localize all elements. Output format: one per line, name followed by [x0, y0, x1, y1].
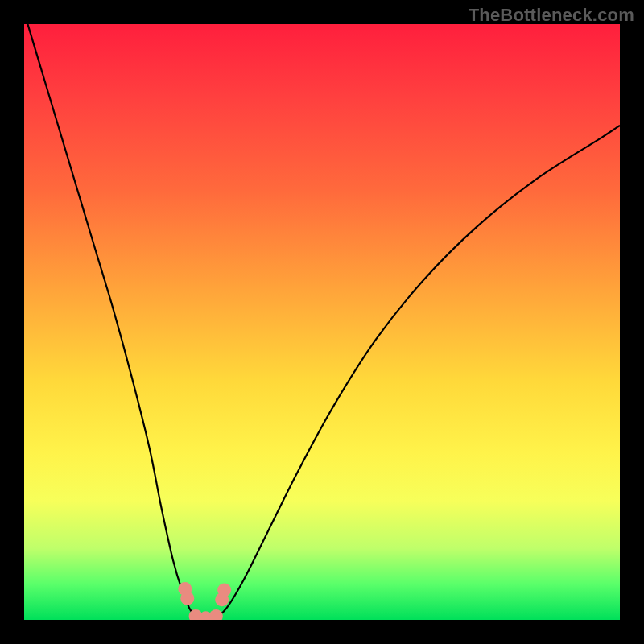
data-marker — [209, 609, 223, 620]
plot-area — [24, 24, 620, 620]
curves-group — [24, 24, 620, 619]
attribution-label: TheBottleneck.com — [469, 5, 634, 26]
curve-left-curve — [24, 24, 200, 619]
markers-group — [178, 582, 231, 620]
data-marker — [217, 584, 231, 597]
curve-right-curve — [215, 126, 620, 619]
data-marker — [180, 592, 194, 605]
chart-svg — [24, 24, 620, 620]
chart-frame: TheBottleneck.com — [0, 0, 644, 644]
